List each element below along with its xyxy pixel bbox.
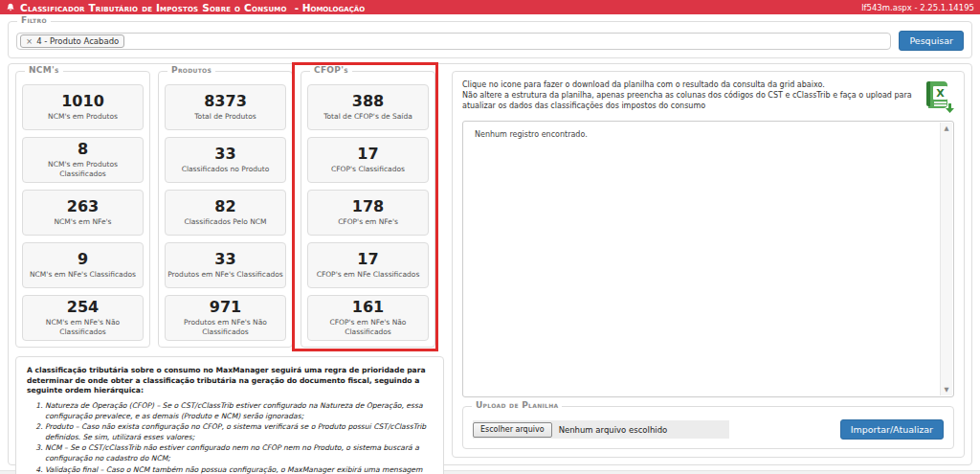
ncm-stats-fieldset: NCM's 1010 NCM's em Produtos 8 NCM's em … [15, 71, 150, 348]
page-title: Classificador Tributário de Impostos Sob… [20, 2, 287, 13]
file-input[interactable]: Escolher arquivo Nenhum arquivo escolhid… [473, 420, 729, 439]
stat-card: 8 NCM's em Produtos Classificados [22, 137, 144, 183]
scroll-up-icon[interactable]: ▲ [945, 125, 949, 132]
main-container: NCM's 1010 NCM's em Produtos 8 NCM's em … [8, 63, 972, 465]
rules-list: Natureza de Operação (CFOP) – Se o CST/c… [45, 401, 433, 474]
stat-card: 8373 Total de Produtos [165, 84, 286, 130]
stat-label: Produtos em NFe's Não Classificados [167, 318, 283, 337]
upload-fieldset: Upload de Planilha Escolher arquivo Nenh… [462, 406, 954, 449]
stat-label: Total de Produtos [194, 112, 256, 122]
stat-card: 263 NCM's em NFe's [22, 190, 144, 236]
environment-label: - Homologação [295, 2, 366, 13]
version-label: lf543m.aspx - 2.25.1.14195 [861, 3, 974, 12]
rules-intro: A classificação tributária sobre o consu… [27, 366, 433, 396]
stat-value: 161 [352, 300, 384, 315]
stat-label: Classificados Pelo NCM [184, 217, 266, 227]
stat-card: 33 Classificados no Produto [165, 137, 286, 183]
bell-icon [6, 3, 15, 12]
choose-file-button[interactable]: Escolher arquivo [473, 422, 552, 438]
stat-label: CFOP's em NFe's Não Classificados [310, 318, 426, 337]
stat-card: 388 Total de CFOP's de Saída [307, 84, 429, 130]
grid-empty-message: Nenhum registro encontrado. [463, 122, 953, 147]
rule-item: Validação final – Caso o NCM também não … [45, 465, 433, 474]
stat-value: 178 [352, 199, 384, 214]
results-grid: Nenhum registro encontrado. ▲ ▼ [462, 121, 954, 397]
rule-item: NCM – Se o CST/cClassTrib não estiver co… [45, 443, 433, 463]
grid-vertical-scrollbar[interactable]: ▲ ▼ [940, 123, 952, 395]
rule-item: Natureza de Operação (CFOP) – Se o CST/c… [45, 401, 433, 421]
svg-text:X: X [936, 87, 945, 100]
stat-card: 82 Classificados Pelo NCM [165, 190, 286, 236]
stat-card: 17 CFOP's em NFe Classificados [307, 242, 429, 288]
stat-label: CFOP's Classificados [331, 165, 405, 174]
excel-download-icon[interactable]: X [925, 79, 954, 114]
stat-label: Total de CFOP's de Saída [323, 112, 412, 122]
stat-card: 971 Produtos em NFe's Não Classificados [165, 295, 286, 341]
stat-value: 254 [67, 300, 99, 315]
filter-multiselect[interactable]: × 4 - Produto Acabado [16, 33, 891, 50]
priority-rules-box: A classificação tributária sobre o consu… [15, 356, 444, 474]
stat-value: 33 [214, 147, 235, 162]
stat-value: 8 [78, 142, 88, 157]
produtos-legend: Produtos [167, 66, 215, 75]
filter-tag[interactable]: × 4 - Produto Acabado [20, 34, 124, 48]
stat-label: NCM's em Produtos [48, 112, 118, 122]
stat-value: 33 [214, 252, 235, 267]
stat-card: 1010 NCM's em Produtos [22, 84, 144, 130]
stat-label: NCM's em Produtos Classificados [25, 160, 141, 179]
instruction-line-2: Não altere a estrutura da planilha, apen… [462, 90, 916, 111]
stat-label: Produtos em NFe's Classificados [167, 270, 283, 280]
stat-card: 178 CFOP's em NFe's [307, 190, 429, 236]
app-header: Classificador Tributário de Impostos Sob… [0, 0, 980, 14]
stat-value: 8373 [204, 94, 247, 109]
stats-row: NCM's 1010 NCM's em Produtos 8 NCM's em … [15, 71, 444, 348]
produtos-stats-fieldset: Produtos 8373 Total de Produtos 33 Class… [158, 71, 293, 348]
stat-label: NCM's em NFe's Classificados [30, 270, 136, 280]
filter-legend: Filtro [17, 16, 51, 25]
remove-tag-icon[interactable]: × [26, 36, 33, 46]
stat-label: NCM's em NFe's [54, 217, 111, 227]
file-status-text: Nenhum arquivo escolhido [559, 425, 668, 435]
filter-fieldset: Filtro × 4 - Produto Acabado Pesquisar [8, 21, 972, 58]
stat-card: 17 CFOP's Classificados [307, 137, 429, 183]
stat-value: 17 [357, 252, 378, 267]
search-button[interactable]: Pesquisar [899, 31, 964, 51]
scroll-down-icon[interactable]: ▼ [945, 387, 949, 394]
stat-card: 9 NCM's em NFe's Classificados [22, 242, 144, 288]
cfop-stats-fieldset: CFOP's 388 Total de CFOP's de Saída 17 C… [301, 71, 435, 348]
cfop-legend: CFOP's [310, 66, 352, 75]
stat-card: 254 NCM's em NFe's Não Classificados [22, 295, 144, 341]
ncm-legend: NCM's [25, 66, 63, 75]
stat-value: 17 [357, 147, 378, 162]
panel-instructions: Clique no icone para fazer o download da… [462, 79, 916, 114]
stat-label: NCM's em NFe's Não Classificados [25, 318, 141, 337]
stat-value: 1010 [61, 94, 104, 109]
upload-legend: Upload de Planilha [472, 401, 562, 410]
stat-label: CFOP's em NFe's [338, 217, 398, 227]
rule-item: Produto – Caso não exista configuração n… [45, 422, 433, 442]
filter-tag-label: 4 - Produto Acabado [36, 36, 119, 46]
stat-value: 388 [352, 94, 384, 109]
left-column: NCM's 1010 NCM's em Produtos 8 NCM's em … [15, 71, 444, 458]
download-upload-panel: Clique no icone para fazer o download da… [452, 71, 965, 458]
stat-value: 82 [214, 199, 235, 214]
stat-value: 971 [210, 300, 241, 315]
stat-label: CFOP's em NFe Classificados [317, 270, 420, 280]
stat-card: 161 CFOP's em NFe's Não Classificados [307, 295, 429, 341]
instruction-line-1: Clique no icone para fazer o download da… [462, 79, 916, 90]
stat-label: Classificados no Produto [182, 165, 270, 174]
stat-value: 263 [67, 199, 99, 214]
stat-value: 9 [78, 252, 88, 267]
stat-card: 33 Produtos em NFe's Classificados [165, 242, 286, 288]
import-update-button[interactable]: Importar/Atualizar [840, 419, 944, 440]
